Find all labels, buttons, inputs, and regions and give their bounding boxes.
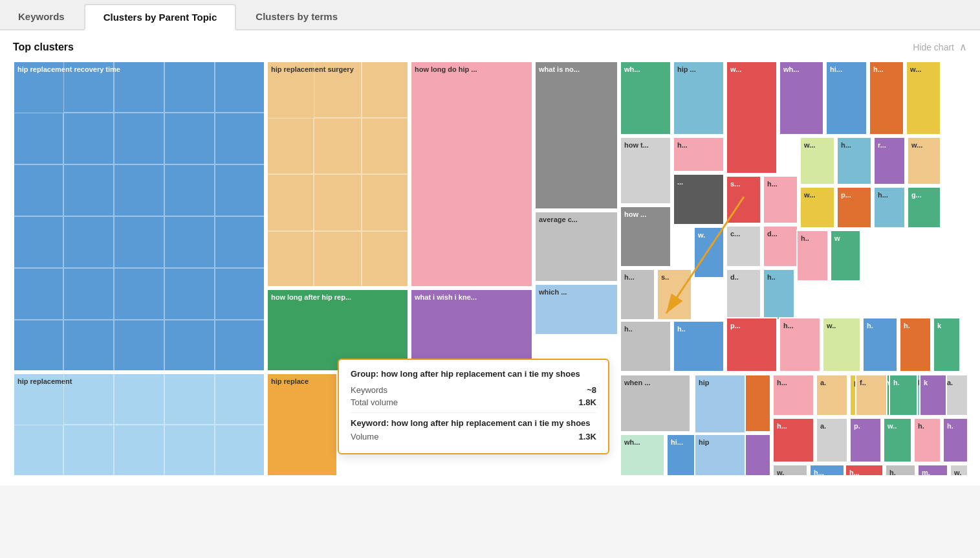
- treemap-cell-c2[interactable]: hip replacement surgery: [267, 61, 409, 287]
- treemap-cell-c51[interactable]: a.: [816, 374, 848, 416]
- treemap-cell-label: s...: [730, 180, 740, 188]
- treemap-cell-c38[interactable]: w: [830, 230, 861, 282]
- treemap-cell-c33[interactable]: s..: [657, 269, 692, 320]
- treemap-cell-c84[interactable]: h.: [862, 317, 898, 372]
- treemap-cell-c31[interactable]: which ...: [534, 284, 618, 335]
- tooltip-total-volume-value: 1.8K: [579, 397, 596, 407]
- tab-clusters-terms[interactable]: Clusters by terms: [237, 4, 356, 29]
- treemap-cell-c14[interactable]: s...: [726, 175, 761, 224]
- treemap-cell-c46[interactable]: wh...: [620, 434, 665, 475]
- treemap-cell-c5[interactable]: wh...: [620, 61, 671, 135]
- tooltip-keyword-label: Keyword: how long after hip replacement …: [351, 418, 596, 428]
- treemap-cell-c70[interactable]: h.: [885, 464, 916, 475]
- treemap-cell-c23[interactable]: d...: [763, 225, 798, 267]
- treemap-cell-c26[interactable]: h...: [873, 186, 906, 229]
- treemap-cell-c27[interactable]: g...: [907, 186, 941, 229]
- hide-chart-button[interactable]: Hide chart ∧: [913, 41, 967, 53]
- treemap-cell-c25[interactable]: p...: [836, 186, 872, 229]
- treemap-cell-c60[interactable]: h.: [913, 418, 941, 463]
- treemap-cell-c91[interactable]: k: [919, 374, 947, 416]
- treemap-cell-c61[interactable]: h.: [942, 418, 967, 463]
- treemap-cell-label: h.: [893, 379, 900, 386]
- treemap-cell-c30[interactable]: average c...: [534, 211, 618, 282]
- treemap-cell-c82[interactable]: h...: [779, 317, 821, 372]
- treemap-cell-c6[interactable]: hip ...: [673, 61, 724, 135]
- treemap-cell-c9[interactable]: hi...: [825, 61, 867, 135]
- treemap-cell-label: h.: [867, 322, 873, 329]
- treemap-container: Group: how long after hip replacement ca…: [13, 61, 967, 475]
- tab-keywords[interactable]: Keywords: [0, 4, 83, 29]
- treemap-cell-c19[interactable]: w...: [907, 137, 941, 185]
- treemap-cell-label: k: [924, 379, 928, 386]
- treemap-cell-label: wh...: [624, 65, 640, 73]
- treemap-cell-c81[interactable]: p...: [726, 317, 778, 372]
- treemap-cell-c56[interactable]: h...: [772, 418, 814, 463]
- treemap-cell-label: hip: [699, 379, 710, 386]
- treemap-cell-label: w.: [698, 231, 705, 239]
- treemap-cell-c22[interactable]: c...: [726, 225, 761, 267]
- treemap-cell-c20[interactable]: how ...: [620, 206, 671, 267]
- tooltip-keywords-label: Keywords: [351, 385, 387, 395]
- treemap-cell-label: h...: [624, 273, 635, 281]
- treemap-cell-c17[interactable]: h...: [836, 137, 872, 185]
- treemap-cell-c45[interactable]: when ...: [620, 374, 691, 432]
- tooltip-kw-volume-row: Volume 1.3K: [351, 432, 596, 441]
- treemap-cell-c36[interactable]: h..: [763, 269, 795, 320]
- treemap-cell-c90[interactable]: h.: [889, 374, 918, 416]
- treemap-cell-label: hip replacement surgery: [271, 65, 354, 73]
- treemap-cell-c32[interactable]: h...: [620, 269, 655, 320]
- treemap-cell-label: w.: [777, 469, 784, 475]
- treemap-cell-c57[interactable]: a.: [816, 418, 848, 463]
- treemap-cell-c39[interactable]: hip replacement: [13, 373, 265, 475]
- treemap-cell-label: h.: [947, 422, 953, 430]
- treemap-cell-c11[interactable]: w...: [906, 61, 941, 135]
- treemap-cell-label: w.: [954, 469, 961, 475]
- treemap-cell-c18[interactable]: r...: [873, 137, 906, 185]
- treemap-cell-label: g...: [911, 191, 922, 199]
- treemap-cell-c88[interactable]: h..: [673, 320, 724, 372]
- treemap-cell-c8[interactable]: wh...: [779, 61, 824, 135]
- treemap-cell-c13[interactable]: h...: [673, 137, 724, 172]
- treemap-cell-c87[interactable]: h..: [620, 320, 671, 372]
- treemap-cell-c63[interactable]: h...: [809, 464, 845, 475]
- treemap-cell-label: w..: [887, 422, 897, 430]
- treemap-cell-c21[interactable]: ...: [673, 173, 724, 225]
- treemap-cell-label: hip: [699, 438, 710, 446]
- treemap-cell-c69[interactable]: h...: [845, 464, 884, 475]
- treemap-cell-c83[interactable]: w..: [822, 317, 861, 372]
- treemap-cell-c37[interactable]: h..: [796, 230, 829, 282]
- treemap-cell-c85[interactable]: h.: [899, 317, 931, 372]
- treemap-cell-c12[interactable]: how t...: [620, 137, 671, 205]
- treemap-cell-c15[interactable]: h...: [763, 175, 798, 224]
- treemap-cell-c40[interactable]: hip replace: [267, 373, 338, 475]
- treemap-cell-c62[interactable]: w.: [772, 464, 808, 475]
- treemap-cell-label: p.: [854, 422, 860, 430]
- treemap-cell-c3[interactable]: how long do hip ...: [410, 61, 533, 287]
- treemap-cell-c35[interactable]: d..: [726, 269, 761, 320]
- treemap-cell-c50[interactable]: h...: [772, 374, 814, 416]
- treemap-cell-c16[interactable]: w...: [800, 137, 835, 185]
- treemap-cell-c58[interactable]: p.: [849, 418, 882, 463]
- treemap-cell-c89[interactable]: f..: [855, 374, 887, 416]
- treemap-cell-c10[interactable]: h...: [869, 61, 904, 135]
- treemap-cell-c34[interactable]: w.: [693, 227, 724, 278]
- treemap-cell-c71[interactable]: m.: [917, 464, 948, 475]
- treemap-cell-c4[interactable]: what is no...: [534, 61, 618, 210]
- treemap-cell-label: how t...: [624, 141, 649, 149]
- treemap-cell-c24[interactable]: w...: [800, 186, 835, 229]
- treemap-cell-c80[interactable]: hip: [694, 434, 746, 475]
- treemap-cell-label: wh...: [783, 65, 799, 73]
- treemap-cell-label: s..: [661, 273, 669, 281]
- treemap-cell-label: p...: [730, 322, 741, 329]
- treemap-cell-label: a.: [820, 422, 826, 430]
- treemap-cell-c72[interactable]: w.: [950, 464, 967, 475]
- treemap-cell-c1[interactable]: hip replacement recovery time: [13, 61, 265, 372]
- treemap-cell-c7[interactable]: w...: [726, 61, 778, 174]
- treemap-cell-c79[interactable]: hip: [694, 374, 746, 434]
- treemap-cell-label: h...: [677, 141, 688, 149]
- tab-clusters-parent[interactable]: Clusters by Parent Topic: [84, 4, 237, 30]
- treemap-cell-label: a.: [820, 379, 826, 386]
- treemap-cell-c59[interactable]: w..: [883, 418, 912, 463]
- treemap-cell-label: d...: [767, 230, 778, 238]
- treemap-cell-c86[interactable]: k: [933, 317, 961, 372]
